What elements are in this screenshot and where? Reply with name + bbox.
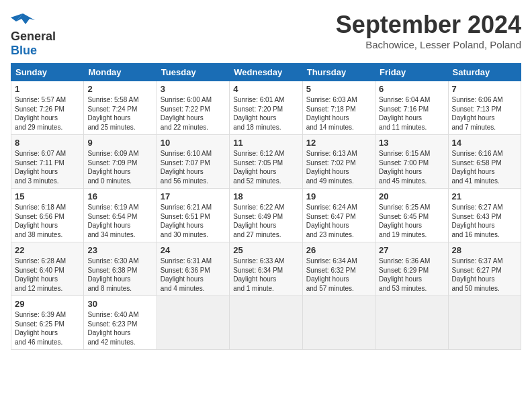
day-number: 4 (233, 84, 298, 94)
day-info: Sunrise: 6:31 AMSunset: 6:36 PMDaylight … (161, 257, 212, 292)
day-number: 5 (306, 84, 371, 94)
calendar-cell: 11 Sunrise: 6:12 AMSunset: 7:05 PMDaylig… (230, 135, 302, 189)
day-info: Sunrise: 6:10 AMSunset: 7:07 PMDaylight … (161, 150, 212, 185)
weekday-header-saturday: Saturday (448, 64, 521, 81)
calendar-week-4: 22 Sunrise: 6:28 AMSunset: 6:40 PMDaylig… (11, 242, 521, 296)
calendar-cell: 29 Sunrise: 6:39 AMSunset: 6:25 PMDaylig… (11, 296, 84, 350)
calendar-cell: 3 Sunrise: 6:00 AMSunset: 7:22 PMDayligh… (157, 81, 229, 135)
day-info: Sunrise: 6:33 AMSunset: 6:34 PMDaylight … (233, 257, 284, 292)
calendar-cell: 19 Sunrise: 6:24 AMSunset: 6:47 PMDaylig… (302, 189, 375, 242)
day-info: Sunrise: 6:28 AMSunset: 6:40 PMDaylight … (15, 257, 66, 292)
logo-bird-icon (11, 11, 35, 30)
weekday-header-sunday: Sunday (11, 64, 84, 81)
calendar-cell: 9 Sunrise: 6:09 AMSunset: 7:09 PMDayligh… (84, 135, 157, 189)
calendar-cell: 1 Sunrise: 5:57 AMSunset: 7:26 PMDayligh… (11, 81, 84, 135)
day-number: 26 (306, 245, 371, 255)
calendar-cell: 20 Sunrise: 6:25 AMSunset: 6:45 PMDaylig… (375, 189, 448, 242)
calendar-cell: 6 Sunrise: 6:04 AMSunset: 7:16 PMDayligh… (375, 81, 448, 135)
calendar-cell: 21 Sunrise: 6:27 AMSunset: 6:43 PMDaylig… (448, 189, 521, 242)
day-info: Sunrise: 5:57 AMSunset: 7:26 PMDaylight … (15, 96, 66, 131)
day-info: Sunrise: 6:13 AMSunset: 7:02 PMDaylight … (306, 150, 357, 185)
day-info: Sunrise: 6:39 AMSunset: 6:25 PMDaylight … (15, 311, 66, 346)
day-info: Sunrise: 6:03 AMSunset: 7:18 PMDaylight … (306, 96, 357, 131)
day-info: Sunrise: 6:21 AMSunset: 6:51 PMDaylight … (161, 203, 212, 238)
day-number: 23 (87, 245, 152, 255)
day-info: Sunrise: 6:01 AMSunset: 7:20 PMDaylight … (233, 96, 284, 131)
day-number: 21 (452, 191, 517, 201)
calendar-cell: 30 Sunrise: 6:40 AMSunset: 6:23 PMDaylig… (84, 296, 157, 350)
calendar-week-3: 15 Sunrise: 6:18 AMSunset: 6:56 PMDaylig… (11, 189, 521, 242)
weekday-header-thursday: Thursday (302, 64, 375, 81)
calendar-cell (230, 296, 302, 350)
day-number: 3 (161, 84, 226, 94)
day-info: Sunrise: 6:22 AMSunset: 6:49 PMDaylight … (233, 203, 284, 238)
day-info: Sunrise: 6:00 AMSunset: 7:22 PMDaylight … (161, 96, 212, 131)
day-number: 22 (15, 245, 80, 255)
day-info: Sunrise: 6:40 AMSunset: 6:23 PMDaylight … (87, 311, 138, 346)
day-number: 27 (379, 245, 444, 255)
title-section: September 2024 Bachowice, Lesser Poland,… (336, 11, 521, 50)
weekday-header-monday: Monday (84, 64, 157, 81)
calendar-cell: 14 Sunrise: 6:16 AMSunset: 6:58 PMDaylig… (448, 135, 521, 189)
calendar-cell: 27 Sunrise: 6:36 AMSunset: 6:29 PMDaylig… (375, 242, 448, 296)
calendar-cell: 10 Sunrise: 6:10 AMSunset: 7:07 PMDaylig… (157, 135, 229, 189)
weekday-header-friday: Friday (375, 64, 448, 81)
day-number: 19 (306, 191, 371, 201)
logo-blue: Blue (11, 44, 37, 58)
page-header: General Blue September 2024 Bachowice, L… (11, 11, 521, 58)
calendar-week-2: 8 Sunrise: 6:07 AMSunset: 7:11 PMDayligh… (11, 135, 521, 189)
day-number: 8 (15, 138, 80, 148)
day-number: 14 (452, 138, 517, 148)
calendar-week-1: 1 Sunrise: 5:57 AMSunset: 7:26 PMDayligh… (11, 81, 521, 135)
calendar-cell: 22 Sunrise: 6:28 AMSunset: 6:40 PMDaylig… (11, 242, 84, 296)
calendar-cell: 28 Sunrise: 6:37 AMSunset: 6:27 PMDaylig… (448, 242, 521, 296)
day-info: Sunrise: 6:36 AMSunset: 6:29 PMDaylight … (379, 257, 430, 292)
day-number: 13 (379, 138, 444, 148)
calendar-table: SundayMondayTuesdayWednesdayThursdayFrid… (11, 63, 521, 350)
calendar-cell: 17 Sunrise: 6:21 AMSunset: 6:51 PMDaylig… (157, 189, 229, 242)
day-info: Sunrise: 6:12 AMSunset: 7:05 PMDaylight … (233, 150, 284, 185)
day-number: 20 (379, 191, 444, 201)
day-info: Sunrise: 6:04 AMSunset: 7:16 PMDaylight … (379, 96, 430, 131)
calendar-cell: 8 Sunrise: 6:07 AMSunset: 7:11 PMDayligh… (11, 135, 84, 189)
day-number: 7 (452, 84, 517, 94)
day-info: Sunrise: 6:37 AMSunset: 6:27 PMDaylight … (452, 257, 503, 292)
day-number: 28 (452, 245, 517, 255)
day-number: 18 (233, 191, 298, 201)
weekday-header-wednesday: Wednesday (230, 64, 302, 81)
weekday-header-tuesday: Tuesday (157, 64, 229, 81)
day-info: Sunrise: 6:15 AMSunset: 7:00 PMDaylight … (379, 150, 430, 185)
calendar-cell: 13 Sunrise: 6:15 AMSunset: 7:00 PMDaylig… (375, 135, 448, 189)
day-info: Sunrise: 6:19 AMSunset: 6:54 PMDaylight … (87, 203, 138, 238)
logo-general: General (11, 30, 56, 44)
logo: General Blue (11, 11, 56, 58)
calendar-week-5: 29 Sunrise: 6:39 AMSunset: 6:25 PMDaylig… (11, 296, 521, 350)
day-info: Sunrise: 6:30 AMSunset: 6:38 PMDaylight … (87, 257, 138, 292)
month-title: September 2024 (336, 11, 521, 39)
calendar-cell: 26 Sunrise: 6:34 AMSunset: 6:32 PMDaylig… (302, 242, 375, 296)
calendar-cell (157, 296, 229, 350)
day-number: 1 (15, 84, 80, 94)
day-number: 6 (379, 84, 444, 94)
day-info: Sunrise: 6:27 AMSunset: 6:43 PMDaylight … (452, 203, 503, 238)
day-number: 29 (15, 299, 80, 309)
calendar-cell: 7 Sunrise: 6:06 AMSunset: 7:13 PMDayligh… (448, 81, 521, 135)
calendar-cell: 5 Sunrise: 6:03 AMSunset: 7:18 PMDayligh… (302, 81, 375, 135)
calendar-cell: 12 Sunrise: 6:13 AMSunset: 7:02 PMDaylig… (302, 135, 375, 189)
day-info: Sunrise: 6:16 AMSunset: 6:58 PMDaylight … (452, 150, 503, 185)
day-info: Sunrise: 6:24 AMSunset: 6:47 PMDaylight … (306, 203, 357, 238)
calendar-cell: 2 Sunrise: 5:58 AMSunset: 7:24 PMDayligh… (84, 81, 157, 135)
day-number: 11 (233, 138, 298, 148)
day-info: Sunrise: 6:09 AMSunset: 7:09 PMDaylight … (87, 150, 138, 185)
day-number: 2 (87, 84, 152, 94)
day-info: Sunrise: 5:58 AMSunset: 7:24 PMDaylight … (87, 96, 138, 131)
day-number: 16 (87, 191, 152, 201)
day-info: Sunrise: 6:25 AMSunset: 6:45 PMDaylight … (379, 203, 430, 238)
day-number: 10 (161, 138, 226, 148)
day-number: 15 (15, 191, 80, 201)
calendar-cell: 25 Sunrise: 6:33 AMSunset: 6:34 PMDaylig… (230, 242, 302, 296)
calendar-cell: 15 Sunrise: 6:18 AMSunset: 6:56 PMDaylig… (11, 189, 84, 242)
location: Bachowice, Lesser Poland, Poland (336, 39, 521, 50)
calendar-cell: 18 Sunrise: 6:22 AMSunset: 6:49 PMDaylig… (230, 189, 302, 242)
day-number: 12 (306, 138, 371, 148)
